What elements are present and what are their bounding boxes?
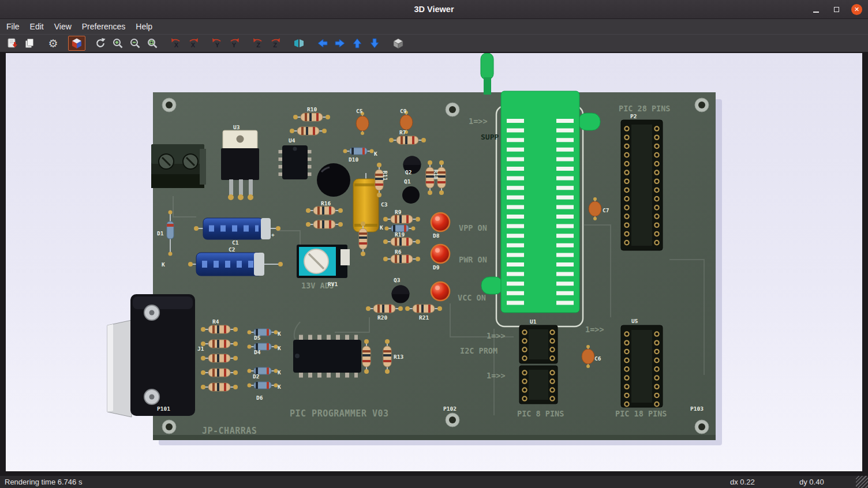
zoom-out-button[interactable]	[126, 36, 144, 51]
svg-text:1=>>: 1=>>	[487, 371, 506, 380]
svg-text:P102: P102	[443, 406, 457, 412]
svg-text:U1: U1	[530, 318, 537, 325]
zoom-fit-icon	[147, 37, 158, 49]
transistor-q1	[402, 186, 420, 204]
zoom-in-button[interactable]	[109, 36, 126, 51]
rotate-x-ccw-button[interactable]: X	[167, 36, 185, 51]
pan-left-icon	[317, 37, 328, 49]
socket-u5	[621, 325, 663, 407]
rotate-y-cw-icon: Y	[228, 37, 241, 49]
close-icon: ✕	[851, 3, 863, 16]
svg-text:1=>>: 1=>>	[487, 331, 506, 340]
svg-text:RV1: RV1	[328, 281, 338, 287]
svg-text:+: +	[271, 231, 275, 238]
svg-text:R20: R20	[377, 314, 387, 321]
capacitor-c3	[353, 173, 379, 238]
export-image-icon	[6, 37, 18, 49]
svg-text:K: K	[278, 345, 281, 351]
menu-view[interactable]: View	[49, 20, 77, 33]
svg-text:C7: C7	[603, 207, 609, 213]
svg-text:D2: D2	[253, 373, 259, 380]
svg-text:D6: D6	[256, 395, 263, 401]
svg-text:K: K	[278, 384, 281, 390]
db9-connector-j1	[107, 294, 195, 417]
svg-text:Z: Z	[273, 42, 277, 48]
rotate-z-cw-icon: Z	[269, 37, 282, 49]
menu-edit[interactable]: Edit	[25, 20, 49, 33]
3d-viewer-window: 3D Viewer ✕ File Edit View Preferences H…	[0, 0, 868, 488]
menu-preferences[interactable]: Preferences	[77, 20, 130, 33]
svg-text:K: K	[162, 261, 165, 268]
refresh-icon	[95, 37, 106, 49]
svg-text:I2C PROM: I2C PROM	[460, 346, 497, 355]
pan-down-icon	[369, 37, 380, 49]
rotate-x-cw-button[interactable]: X	[185, 36, 202, 51]
statusbar: Rendering time 6.746 s dx 0.22 dy 0.40	[0, 476, 868, 488]
menu-help[interactable]: Help	[130, 20, 158, 33]
svg-text:Q2: Q2	[405, 169, 411, 175]
rotate-z-ccw-button[interactable]: Z	[249, 36, 267, 51]
minimize-icon	[813, 12, 819, 13]
svg-text:C1: C1	[232, 239, 239, 246]
settings-button[interactable]: ⚙	[44, 36, 62, 51]
ortho-view-button[interactable]	[390, 36, 407, 51]
svg-text:C5: C5	[356, 108, 363, 114]
led-d9	[431, 245, 450, 263]
maximize-button[interactable]	[830, 3, 843, 16]
close-button[interactable]: ✕	[850, 3, 863, 16]
pan-up-button[interactable]	[349, 36, 366, 51]
toolbar: ⚙	[0, 34, 868, 52]
svg-text:Q3: Q3	[394, 277, 401, 283]
svg-text:P103: P103	[690, 406, 704, 412]
svg-text:R16: R16	[321, 200, 331, 207]
window-controls: ✕	[810, 3, 868, 16]
flip-board-button[interactable]	[290, 36, 308, 51]
svg-text:R7: R7	[399, 129, 406, 136]
minimize-button[interactable]	[810, 3, 822, 16]
svg-text:D9: D9	[433, 264, 440, 271]
orientation-cube-button[interactable]	[68, 36, 85, 51]
export-image-button[interactable]	[3, 36, 21, 51]
rotate-x-ccw-icon: X	[170, 37, 182, 49]
svg-text:U3: U3	[233, 124, 240, 130]
leds	[431, 213, 450, 301]
dx-readout: dx 0.22	[730, 478, 755, 486]
svg-text:C6: C6	[594, 355, 601, 362]
svg-text:D5: D5	[254, 335, 261, 341]
rotate-y-ccw-button[interactable]: Y	[208, 36, 226, 51]
terminal-block-p1	[151, 144, 206, 188]
3d-canvas[interactable]: PIC 28 PINS PIC 8 PINS PIC 18 PINS I2C P…	[6, 53, 862, 471]
ic-u4	[280, 145, 309, 179]
svg-text:1=>>: 1=>>	[469, 117, 488, 126]
menu-file[interactable]: File	[1, 20, 25, 33]
trimmer-rv1	[297, 245, 350, 278]
rotate-x-cw-icon: X	[187, 37, 200, 49]
rotate-y-cw-button[interactable]: Y	[226, 36, 243, 51]
round-capacitor	[317, 163, 350, 197]
titlebar[interactable]: 3D Viewer ✕	[0, 0, 868, 19]
resize-grip[interactable]	[856, 476, 868, 488]
pan-right-button[interactable]	[331, 36, 349, 51]
led-d8	[431, 213, 450, 231]
svg-text:PWR ON: PWR ON	[459, 255, 487, 264]
rotate-z-ccw-icon: Z	[252, 37, 264, 49]
svg-text:P2: P2	[630, 113, 637, 119]
svg-text:Y: Y	[232, 42, 237, 48]
svg-text:R6: R6	[395, 249, 402, 255]
pan-down-button[interactable]	[366, 36, 383, 51]
svg-text:PIC 28 PINS: PIC 28 PINS	[619, 104, 670, 113]
pan-left-button[interactable]	[314, 36, 331, 51]
refresh-view-button[interactable]	[92, 36, 109, 51]
gear-icon: ⚙	[48, 38, 58, 49]
svg-text:U5: U5	[631, 318, 638, 324]
copy-image-button[interactable]	[21, 36, 38, 51]
pan-up-icon	[351, 37, 363, 49]
rotate-z-cw-button[interactable]: Z	[267, 36, 284, 51]
capacitor-c1	[194, 218, 280, 239]
socket-u1-lower	[519, 366, 558, 404]
dy-readout: dy 0.40	[799, 478, 824, 486]
zoom-fit-button[interactable]	[144, 36, 161, 51]
svg-text:P101: P101	[157, 406, 170, 412]
svg-text:D4: D4	[254, 349, 261, 355]
svg-text:K: K	[278, 331, 281, 337]
